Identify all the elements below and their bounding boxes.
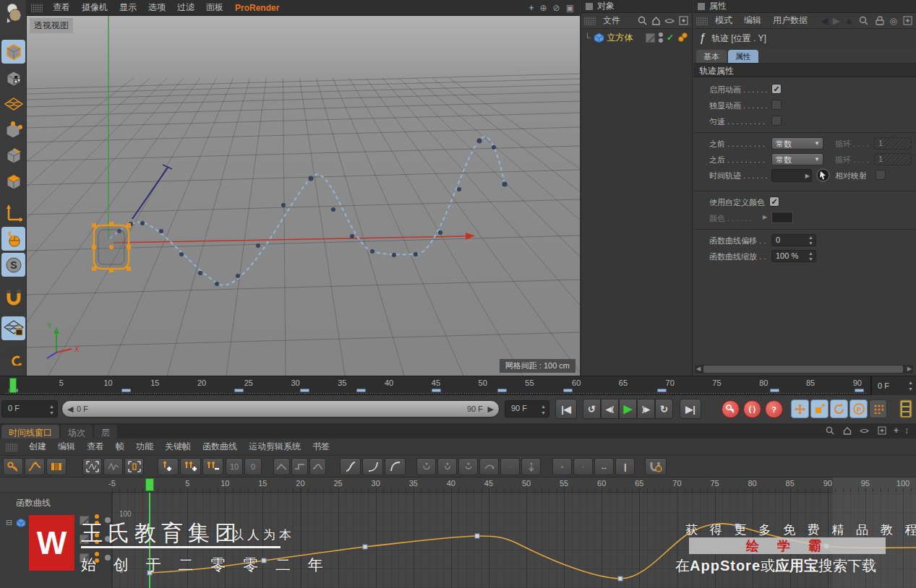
previous-key-button[interactable]: ◀( <box>601 399 619 419</box>
track-key-icon[interactable] <box>93 514 100 526</box>
fcurve-playhead-marker[interactable] <box>145 478 154 491</box>
frame-all-button[interactable] <box>82 458 102 475</box>
workplane-tool[interactable] <box>1 92 25 116</box>
viewport-move-icon[interactable]: + <box>529 3 534 13</box>
tab-basic[interactable]: 基本 <box>696 50 727 63</box>
stretch-vertical-button[interactable]: ❙ <box>615 458 635 475</box>
objects-file-menu[interactable]: 文件 <box>597 13 626 28</box>
search-icon[interactable] <box>858 15 870 27</box>
model-mode-tool[interactable] <box>1 40 25 64</box>
timeline-menu-item[interactable]: 运动剪辑系统 <box>243 439 307 454</box>
section-track-properties[interactable]: 轨迹属性 <box>693 64 916 77</box>
visibility-dots-icon[interactable] <box>659 33 663 43</box>
menu-grip[interactable] <box>31 4 43 12</box>
layer-film-icon[interactable] <box>899 399 913 418</box>
track-dot-icon[interactable] <box>105 555 111 561</box>
tangent-flat-button[interactable]: · <box>500 458 520 475</box>
tab-timeline-window[interactable]: 时间线窗口 <box>1 425 59 438</box>
keyframe-marker[interactable] <box>234 389 244 392</box>
color-swatch[interactable] <box>771 212 793 223</box>
record-keyframe-button[interactable] <box>722 400 740 418</box>
keyframe-marker[interactable] <box>657 389 667 392</box>
timeline-menu-item[interactable]: 功能 <box>130 439 159 454</box>
search-icon[interactable] <box>824 425 836 436</box>
axis-mode-tool[interactable] <box>1 201 25 225</box>
add-keyframe-button[interactable] <box>158 458 179 475</box>
keyframe-marker[interactable] <box>770 389 779 392</box>
resize-vertical-icon[interactable]: ↕ <box>904 425 909 436</box>
playhead-marker[interactable] <box>9 378 17 393</box>
menu-grip[interactable] <box>6 443 17 451</box>
panel-plus-icon[interactable] <box>902 15 913 27</box>
attributes-hscrollbar[interactable]: ◀ ▶ <box>695 365 913 373</box>
tangent-weight-button[interactable] <box>521 458 541 475</box>
timeline-menu-item[interactable]: 帧 <box>110 439 130 454</box>
go-to-start-button[interactable]: |◀ <box>555 399 577 419</box>
end-frame-spinner[interactable]: 90 F ▲▼ <box>505 400 549 418</box>
fcurve-graph-area[interactable]: 100 0 <box>112 493 916 588</box>
keyframe-marker[interactable] <box>432 389 441 392</box>
next-key-button[interactable]: )▶ <box>637 399 655 419</box>
fcurve-ruler[interactable]: -505101520253035404550556065707580859095… <box>0 477 916 493</box>
viewport-layout-icon[interactable]: ▣ <box>566 3 574 13</box>
range-left-arrow[interactable]: ◀ <box>67 405 73 414</box>
tangent-soft-button[interactable] <box>416 458 436 475</box>
timeline-menu-item[interactable]: 关键帧 <box>159 439 197 454</box>
motion-mode-button[interactable] <box>46 458 67 475</box>
record-parameter-toggle[interactable]: P <box>849 399 868 418</box>
tag-dots-icon[interactable] <box>677 33 689 43</box>
track-key-icon[interactable] <box>93 533 100 545</box>
ease-out-button[interactable] <box>385 458 406 475</box>
snap-settings-button[interactable] <box>645 458 667 475</box>
workplane-mode-tool[interactable] <box>1 344 25 368</box>
stretch-horizontal-button[interactable]: ↔ <box>594 458 614 475</box>
viewport-menu-item[interactable]: 过滤 <box>171 0 200 15</box>
keyframe-marker[interactable] <box>121 389 131 392</box>
menu-grip[interactable] <box>696 17 708 25</box>
solo-animation-checkbox[interactable] <box>771 100 782 110</box>
track-object-name[interactable]: 立方体 <box>30 516 56 529</box>
enable-animation-checkbox[interactable]: ✓ <box>771 84 782 94</box>
current-frame-box[interactable]: 0 F ▲▼ <box>870 376 916 396</box>
viewport-canvas[interactable]: Y X 透视视图 网格间距 : 100 cm <box>27 16 580 376</box>
time-track-field[interactable]: ▶ <box>771 169 812 182</box>
parent-up-icon[interactable]: ▲ <box>844 15 854 26</box>
custom-color-checkbox[interactable]: ✓ <box>769 196 779 207</box>
spline-interp-button[interactable] <box>309 458 326 475</box>
object-tree-row[interactable]: └ 立方体 ✓ <box>581 29 692 46</box>
view-label[interactable]: 透视视图 <box>30 18 73 33</box>
object-name[interactable]: 立方体 <box>607 32 633 44</box>
before-dropdown[interactable]: 常数▼ <box>771 137 823 150</box>
history-forward-icon[interactable]: ▶ <box>833 15 840 26</box>
collapse-icon[interactable]: ⊟ <box>6 518 12 527</box>
curve-offset-field[interactable]: 0▲▼ <box>771 234 816 246</box>
snap-0-button[interactable]: 0 <box>244 458 262 475</box>
add-keyframes-button[interactable] <box>180 458 201 475</box>
go-to-end-button[interactable]: ▶| <box>680 399 701 419</box>
ease-ease-button[interactable] <box>340 458 361 475</box>
home-icon[interactable] <box>650 15 662 27</box>
record-position-toggle[interactable] <box>791 399 809 418</box>
viewport-menu-item[interactable]: 摄像机 <box>76 0 114 15</box>
tab-takes[interactable]: 场次 <box>61 425 93 438</box>
home-icon[interactable] <box>842 425 853 436</box>
timeline-range-slider[interactable]: ◀ 0 F 90 F ▶ <box>61 400 500 418</box>
clamp-button[interactable]: ▫ <box>552 458 572 475</box>
tangent-even-button[interactable] <box>437 458 457 475</box>
target-icon[interactable]: ◎ <box>890 16 897 26</box>
track-dot-icon[interactable] <box>105 536 111 542</box>
keyframe-marker[interactable] <box>497 389 507 392</box>
keyframe-marker[interactable] <box>563 389 573 392</box>
simulation-tool[interactable]: S <box>1 253 25 277</box>
viewport-render-icon[interactable]: ⊘ <box>553 3 560 13</box>
frame-region-button[interactable] <box>124 458 144 475</box>
range-right-arrow[interactable]: ▶ <box>488 405 494 414</box>
search-icon[interactable] <box>636 15 648 27</box>
key-mode-button[interactable] <box>3 458 23 475</box>
tab-properties[interactable]: 属性 <box>728 50 758 63</box>
track-mute-icon[interactable] <box>80 516 89 525</box>
step-interp-button[interactable] <box>291 458 308 475</box>
timeline-menu-item[interactable]: 查看 <box>81 439 110 454</box>
panel-grip-icon[interactable] <box>698 3 705 10</box>
snap-10-button[interactable]: 10 <box>226 458 243 475</box>
